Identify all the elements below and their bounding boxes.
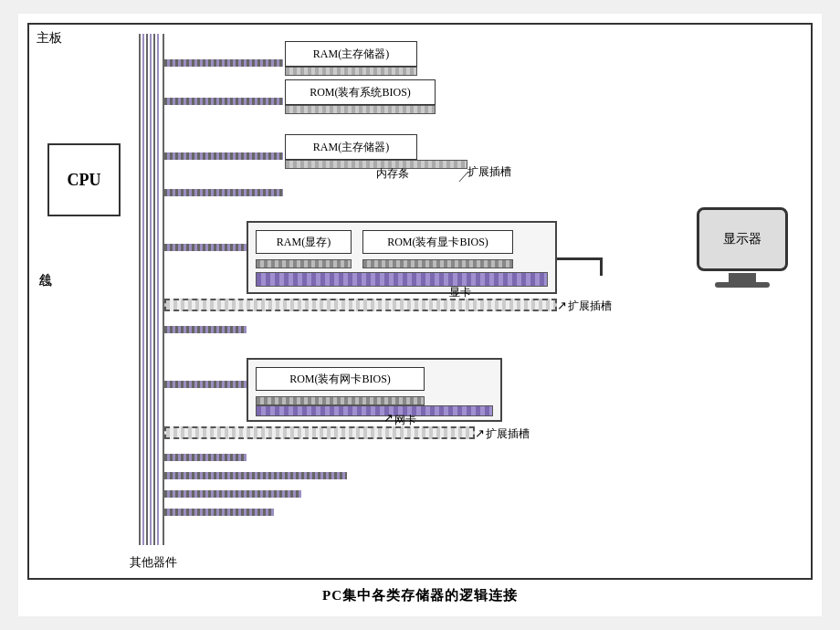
cpu-box: CPU <box>47 143 121 216</box>
card-rom-bios: ROM(装有系统BIOS) <box>285 79 436 105</box>
hconn-gap2 <box>164 326 247 333</box>
card-rom-vbios: ROM(装有显卡BIOS) <box>362 230 513 254</box>
page-container: 主板 CPU 总线 RAM(主存储器) RO <box>18 14 822 616</box>
hconn-bot3 <box>164 490 301 498</box>
hconn-net <box>164 381 247 388</box>
hconn-bot2 <box>164 472 347 479</box>
arrow-exp3: ↗ <box>475 426 485 441</box>
hconn-vcard <box>164 244 247 251</box>
hconn-bot1 <box>164 454 247 461</box>
monitor-screen: 显示器 <box>697 207 788 271</box>
bus-label: 总线 <box>37 262 53 266</box>
cpu-label: CPU <box>68 171 101 190</box>
label-expansion-slot3: 扩展插槽 <box>486 426 530 442</box>
card-ram-main1: RAM(主存储器) <box>285 41 417 67</box>
monitor: 显示器 <box>692 207 793 299</box>
vslot1 <box>256 259 352 268</box>
arrow-exp2: ↗ <box>557 299 567 313</box>
hconn-ram2 <box>164 152 283 160</box>
net-card-container: ROM(装有网卡BIOS) <box>247 358 502 422</box>
arrow-netcard: ↗ <box>383 411 394 425</box>
expansion-slot-video <box>164 299 557 311</box>
mainboard-label: 主板 <box>37 30 62 47</box>
expansion-slot-net <box>164 426 475 439</box>
monitor-stand <box>729 273 756 282</box>
diagram-area: 主板 CPU 总线 RAM(主存储器) RO <box>27 23 813 580</box>
video-to-monitor-line <box>557 257 603 260</box>
hconn-ram1 <box>164 59 283 67</box>
slot-rom-bios <box>285 105 436 114</box>
label-expansion-slot2: 扩展插槽 <box>568 299 612 314</box>
slot-ram1 <box>285 67 417 76</box>
card-ram-main2: RAM(主存储器) <box>285 134 417 160</box>
card-ram-vram: RAM(显存) <box>256 230 352 254</box>
label-memory-stick: 内存条 <box>376 166 409 182</box>
video-card-container: RAM(显存) ROM(装有显卡BIOS) <box>247 221 557 294</box>
ncard-connector <box>256 405 493 416</box>
bus-lines <box>139 34 166 545</box>
other-components-label: 其他器件 <box>130 554 177 571</box>
video-to-monitor-vert <box>600 257 603 276</box>
hconn-bot4 <box>164 509 274 516</box>
monitor-label: 显示器 <box>723 231 761 247</box>
vslot2 <box>362 259 513 268</box>
vcard-connector <box>256 272 548 287</box>
hconn-rom-bios <box>164 98 283 105</box>
page-caption: PC集中各类存储器的逻辑连接 <box>322 587 518 604</box>
card-rom-netbios: ROM(装有网卡BIOS) <box>256 367 425 391</box>
monitor-base <box>715 282 770 288</box>
hconn-gap1 <box>164 189 283 196</box>
nslot <box>256 396 425 405</box>
label-expansion-slot1: 扩展插槽 <box>467 164 511 180</box>
